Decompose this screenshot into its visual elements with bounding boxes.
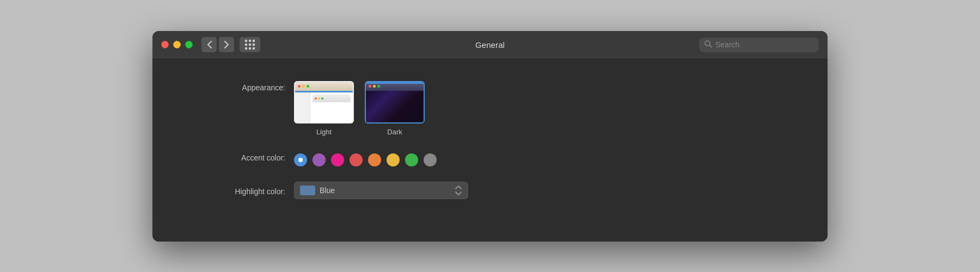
thumb-red-dot xyxy=(298,85,301,88)
thumb-dark-menubar xyxy=(366,82,424,91)
stepper-icon xyxy=(455,185,462,196)
thumb-main xyxy=(310,92,353,123)
nav-buttons xyxy=(201,37,260,52)
thumb-green-dot xyxy=(307,85,309,88)
accent-color-options xyxy=(294,151,437,166)
thumb-light-body xyxy=(295,92,353,123)
close-button[interactable] xyxy=(161,41,169,48)
back-button[interactable] xyxy=(201,37,217,52)
content-area: Appearance: xyxy=(152,59,828,242)
titlebar: General xyxy=(152,31,828,59)
appearance-light-option[interactable]: Light xyxy=(294,81,354,136)
search-input[interactable] xyxy=(715,40,813,49)
all-preferences-button[interactable] xyxy=(240,37,260,52)
accent-green[interactable] xyxy=(405,153,418,166)
highlight-color-dropdown[interactable]: Blue xyxy=(294,182,468,199)
accent-color-row: Accent color: xyxy=(185,151,795,166)
thumb-dark-accent xyxy=(366,82,424,84)
appearance-row: Appearance: xyxy=(185,81,795,136)
thumb-inner-red xyxy=(315,97,317,100)
appearance-light-thumbnail xyxy=(294,81,354,123)
maximize-button[interactable] xyxy=(185,41,193,48)
thumb-inner-green xyxy=(321,97,323,100)
search-icon xyxy=(705,40,712,50)
forward-button[interactable] xyxy=(219,37,234,52)
appearance-options: Light Dark xyxy=(294,81,425,136)
accent-graphite[interactable] xyxy=(424,153,437,166)
minimize-button[interactable] xyxy=(173,41,181,48)
highlight-swatch xyxy=(300,186,315,195)
thumb-dark-red xyxy=(369,85,371,88)
traffic-lights xyxy=(161,41,193,48)
appearance-dark-thumbnail xyxy=(365,81,425,123)
accent-color-label: Accent color: xyxy=(185,151,294,162)
appearance-label: Appearance: xyxy=(185,81,294,92)
thumb-dark-green xyxy=(377,85,380,88)
window-title: General xyxy=(475,40,505,50)
highlight-value: Blue xyxy=(320,186,450,195)
system-preferences-window: General Appearance: xyxy=(152,31,828,242)
search-box[interactable] xyxy=(699,38,819,52)
accent-pink[interactable] xyxy=(331,153,344,166)
highlight-color-label: Highlight color: xyxy=(185,185,294,196)
thumb-light-menubar xyxy=(295,82,353,91)
accent-red[interactable] xyxy=(350,153,363,166)
appearance-light-name: Light xyxy=(316,128,332,136)
highlight-color-row: Highlight color: Blue xyxy=(185,182,795,199)
svg-point-0 xyxy=(705,41,710,46)
thumb-dark-wallpaper xyxy=(366,91,424,123)
appearance-dark-name: Dark xyxy=(387,128,402,136)
thumb-inner-yellow xyxy=(318,97,320,100)
thumb-dark-yellow xyxy=(373,85,376,88)
thumb-sidebar xyxy=(295,92,310,123)
thumb-inner-titlebar xyxy=(313,95,351,102)
appearance-dark-option[interactable]: Dark xyxy=(365,81,425,136)
grid-icon xyxy=(245,40,255,50)
accent-blue[interactable] xyxy=(294,153,307,166)
accent-yellow[interactable] xyxy=(387,153,400,166)
thumb-yellow-dot xyxy=(302,85,305,88)
accent-purple[interactable] xyxy=(313,153,326,166)
accent-orange[interactable] xyxy=(368,153,381,166)
